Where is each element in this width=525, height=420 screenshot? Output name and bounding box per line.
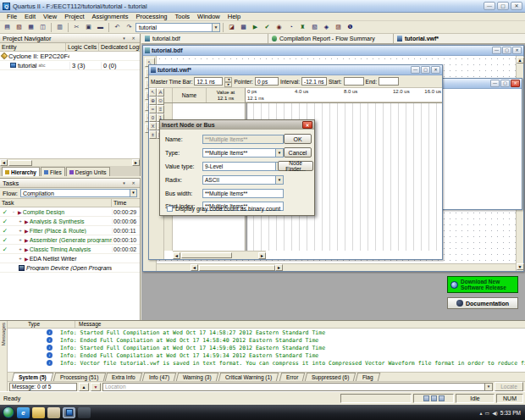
scroll-left-icon[interactable]: ◄ [173, 252, 180, 259]
menu-tools[interactable]: Tools [172, 13, 194, 20]
tab-flag[interactable]: Flag [356, 373, 380, 381]
task-row-fitter[interactable]: ✓ + ▶ Fitter (Place & Route) 00:00:11 [0, 226, 140, 235]
flow-combo[interactable]: Compilation ▼ [20, 189, 137, 197]
download-new-software-button[interactable]: Download New Software Release [447, 276, 518, 293]
tab-warning[interactable]: Warning (3) [176, 373, 218, 381]
value-column-header[interactable]: Value at 12.1 ns [207, 88, 246, 102]
chevron-down-icon[interactable]: ▼ [275, 149, 283, 157]
pn-col-entity[interactable]: Entity [0, 43, 66, 51]
bdf-horizontal-scrollbar[interactable]: ◄ ► [157, 263, 516, 271]
tab-hierarchy[interactable]: Hierarchy [2, 167, 40, 176]
locate-button[interactable]: Locate [495, 382, 523, 391]
tab-critical-warning[interactable]: Critical Warning (1) [218, 373, 279, 381]
pn-col-dedicated[interactable]: Dedicated Logic [99, 43, 140, 51]
panel-close-icon[interactable]: ✕ [130, 35, 137, 41]
name-column-header[interactable]: Name [173, 88, 207, 102]
restore-icon[interactable]: ▢ [502, 47, 511, 54]
open-file-icon[interactable]: ▧ [14, 22, 25, 32]
scroll-left-icon[interactable]: ◄ [191, 264, 198, 271]
open-project-icon[interactable]: ◫ [37, 22, 48, 32]
location-combo[interactable]: Location ▼ [102, 383, 493, 391]
panel-close-icon[interactable]: ✕ [130, 180, 137, 186]
full-screen-icon[interactable]: ⊙ [157, 97, 164, 105]
tree-expander-icon[interactable]: + [17, 218, 24, 224]
menu-edit[interactable]: Edit [21, 13, 39, 20]
analysis-icon[interactable]: ✔ [262, 22, 273, 32]
minimize-icon[interactable]: — [490, 80, 500, 87]
previous-message-icon[interactable]: ▲ [79, 383, 89, 391]
close-icon[interactable]: ✕ [512, 47, 522, 54]
minimize-icon[interactable]: — [411, 66, 420, 74]
paste-icon[interactable]: ▬ [95, 22, 106, 32]
tab-design-units[interactable]: Design Units [66, 167, 110, 176]
task-row-analysis-synthesis[interactable]: ✓ + ▶ Analysis & Synthesis 00:00:06 [0, 217, 140, 226]
bdf-window-titlebar[interactable]: tutorial.bdf — ▢ ✕ [143, 46, 523, 56]
redo-icon[interactable]: ↷ [124, 22, 135, 32]
scroll-thumb[interactable] [8, 160, 32, 166]
message-row[interactable]: i Info: Vector file tutorial.vwf is save… [8, 359, 525, 367]
project-combo[interactable]: tutorial ▼ [135, 23, 220, 32]
settings-icon[interactable]: ◪ [226, 22, 237, 32]
print-icon[interactable]: ▥ [54, 22, 65, 32]
tree-row-device[interactable]: Cyclone II: EP2C20F484C7 [0, 52, 140, 61]
minimize-icon[interactable]: — [484, 2, 495, 10]
radix-combo[interactable]: ASCII ▼ [202, 175, 284, 185]
chevron-down-icon[interactable]: ▼ [130, 190, 136, 196]
next-message-icon[interactable]: ▼ [91, 383, 101, 391]
task-row-program-device[interactable]: Program Device (Open Programmer) [0, 263, 140, 273]
programmer-icon[interactable]: ▧ [309, 22, 320, 32]
zoom-tool-icon[interactable]: ⊕ [149, 97, 157, 105]
pn-col-logic-cells[interactable]: Logic Cells [66, 43, 99, 51]
tab-error[interactable]: Error [279, 373, 305, 381]
start-compilation-icon[interactable]: ▶ [250, 22, 261, 32]
taskbar-browser-icon[interactable]: e [17, 407, 30, 418]
close-icon[interactable]: ✕ [431, 66, 440, 74]
timing-analyzer-icon[interactable]: ◔ [285, 22, 296, 32]
tree-row-entity[interactable]: tutorial abc 3 (3) 0 (0) [0, 61, 140, 70]
task-row-compile-design[interactable]: ✓ - ▶ Compile Design 00:00:29 [0, 207, 140, 217]
cut-icon[interactable]: ✂ [71, 22, 82, 32]
menu-processing[interactable]: Processing [132, 13, 170, 20]
align-icon[interactable]: ≡ [157, 105, 164, 113]
maximize-icon[interactable]: ▢ [497, 2, 509, 10]
restore-icon[interactable]: ▢ [421, 66, 430, 74]
netlist-viewer-icon[interactable]: ♜ [297, 22, 308, 32]
type-combo[interactable]: **Multiple Items** ▼ [202, 148, 284, 158]
scroll-left-icon[interactable]: ◄ [0, 159, 8, 166]
tab-system[interactable]: System (5) [12, 373, 53, 381]
menu-view[interactable]: View [40, 13, 60, 20]
minimize-icon[interactable]: — [492, 47, 501, 54]
bus-width-field[interactable]: **Multiple Items** [202, 189, 284, 198]
tree-expander-icon[interactable]: - [10, 209, 17, 214]
chevron-down-icon[interactable]: ▼ [275, 176, 283, 184]
tree-expander-icon[interactable]: + [17, 256, 24, 261]
copy-icon[interactable]: ▣ [83, 22, 94, 32]
scroll-thumb[interactable] [181, 252, 232, 258]
message-row[interactable]: i Info: Started Full Compilation at Wed … [8, 344, 525, 351]
task-row-assembler[interactable]: ✓ + ▶ Assembler (Generate programming fi… [0, 235, 140, 245]
assignment-editor-icon[interactable]: ▩ [238, 22, 249, 32]
text-tool-icon[interactable]: A [157, 88, 164, 97]
chevron-down-icon[interactable]: ▼ [212, 24, 219, 31]
tree-expander-icon[interactable]: + [17, 237, 24, 242]
tray-expand-icon[interactable]: ▴ [479, 410, 482, 416]
taskbar-explorer-icon[interactable] [32, 407, 45, 418]
tasks-col-time[interactable]: Time [112, 199, 140, 207]
scroll-right-icon[interactable]: ► [132, 159, 140, 166]
undo-icon[interactable]: ↶ [112, 22, 123, 32]
tab-processing[interactable]: Processing (51) [53, 373, 106, 381]
doc-tab-vwf[interactable]: tutorial.vwf* [394, 34, 525, 43]
scroll-down-icon[interactable]: ▼ [517, 263, 524, 270]
report-window-titlebar[interactable]: — ▢ ✕ [434, 79, 522, 89]
task-row-timing-analysis[interactable]: ✓ + ▶ Classic Timing Analysis 00:00:02 [0, 245, 140, 254]
message-row[interactable]: i Info: Ended Full Compilation at Wed Oc… [8, 336, 525, 344]
timeline-ruler[interactable]: 0 ps 4.0 us 8.0 us 12.0 us 16.0 us 12.1 … [246, 88, 442, 102]
tree-expander-icon[interactable]: + [17, 246, 24, 251]
tab-files[interactable]: Files [41, 167, 65, 176]
waveform-edit-icon[interactable]: ≈ [149, 105, 157, 113]
scroll-right-icon[interactable]: ► [275, 264, 283, 271]
new-file-icon[interactable]: ▤ [2, 22, 13, 32]
close-icon[interactable]: ✕ [302, 121, 312, 129]
taskbar-app-icon[interactable] [47, 407, 60, 418]
vwf-window-titlebar[interactable]: tutorial.vwf* — ▢ ✕ [149, 65, 442, 75]
